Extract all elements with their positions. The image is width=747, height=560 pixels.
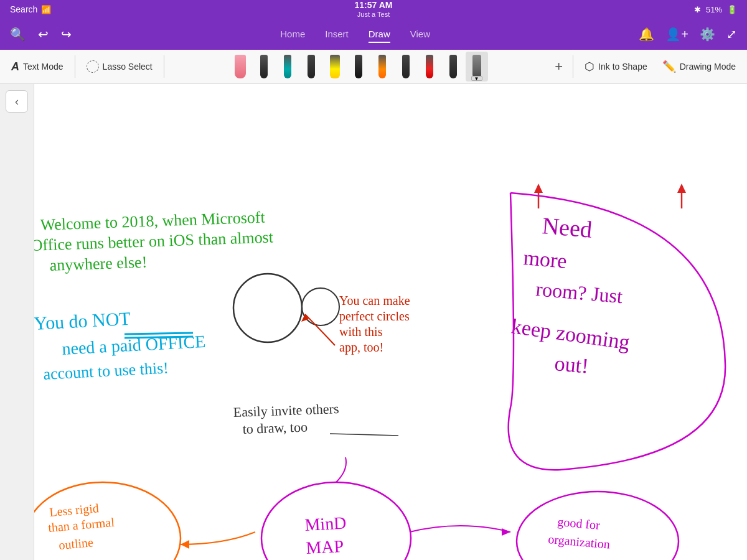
org-text-2: organization xyxy=(548,532,611,552)
subtitle-display: Just a Test xyxy=(355,11,393,19)
battery-display: 51% xyxy=(706,5,722,14)
purple-text-3: room? Just xyxy=(535,278,623,307)
lasso-select-label: Lasso Select xyxy=(103,62,153,72)
red-text-4: app, too! xyxy=(339,340,383,355)
pen-dark4[interactable] xyxy=(395,52,417,82)
text-mode-label: Text Mode xyxy=(23,62,63,72)
not-underline2 xyxy=(125,337,193,338)
status-bar-center: 11:57 AM Just a Test xyxy=(355,0,393,19)
pen-orange[interactable] xyxy=(371,52,393,82)
nav-tabs: Home Insert Draw View xyxy=(72,26,639,43)
ink-to-shape-icon: ⬡ xyxy=(585,60,594,73)
pen-group: ▼ xyxy=(169,52,547,82)
purple-text-2: more xyxy=(522,246,568,273)
mind-map-text-2: MAP xyxy=(306,536,344,558)
orange-arrow-line xyxy=(181,532,255,544)
red-text-3: with this xyxy=(339,325,383,338)
drawing-mode-label: Drawing Mode xyxy=(680,62,736,72)
map-arrow-line xyxy=(410,526,510,532)
circle-left xyxy=(233,274,302,342)
separator-1 xyxy=(75,55,75,78)
blue-text-2: need a paid OFFICE xyxy=(62,332,206,358)
status-bar-right: ✱ 51% 🔋 xyxy=(694,5,737,14)
add-user-icon[interactable]: 👤+ xyxy=(665,27,688,42)
separator-2 xyxy=(164,55,164,78)
ink-to-shape-button[interactable]: ⬡ Ink to Shape xyxy=(578,56,654,77)
text-mode-button[interactable]: A Text Mode xyxy=(5,57,70,77)
invite-text-1: Easily invite others xyxy=(233,401,339,420)
map-arrow-head xyxy=(502,528,510,536)
circle-right xyxy=(302,288,339,325)
pen-teal[interactable] xyxy=(276,52,299,82)
blue-text-1: You do NOT xyxy=(34,308,131,334)
tab-draw[interactable]: Draw xyxy=(369,26,390,43)
invite-text-2: to draw, too xyxy=(242,419,308,437)
pen-pink[interactable] xyxy=(229,52,251,82)
ink-to-shape-label: Ink to Shape xyxy=(598,62,647,72)
search-label[interactable]: Search xyxy=(10,4,37,14)
tab-view[interactable]: View xyxy=(410,26,430,43)
search-button[interactable]: 🔍 xyxy=(10,27,26,42)
sidebar-collapse-button[interactable]: ‹ xyxy=(6,90,28,113)
battery-icon: 🔋 xyxy=(727,5,737,14)
separator-3 xyxy=(573,55,573,78)
bell-icon[interactable]: 🔔 xyxy=(639,27,654,42)
drawing-canvas: Welcome to 2018, when Microsoft Office r… xyxy=(0,84,747,560)
orange-arrow-head xyxy=(181,540,189,549)
red-text-2: perfect circles xyxy=(339,309,410,324)
time-display: 11:57 AM xyxy=(355,0,393,11)
canvas-area[interactable]: Welcome to 2018, when Microsoft Office r… xyxy=(0,84,747,560)
status-bar-left: Search 📶 xyxy=(10,4,51,14)
nav-right: 🔔 👤+ ⚙️ ⤢ xyxy=(639,27,737,42)
green-text-3: anywhere else! xyxy=(49,253,148,274)
pen-dark5[interactable] xyxy=(442,52,464,82)
pen-dark3[interactable] xyxy=(347,52,370,82)
purple-text-1: Need xyxy=(541,212,593,243)
back-button[interactable]: ↩ xyxy=(38,27,49,42)
tab-insert[interactable]: Insert xyxy=(325,26,349,43)
org-text-1: good for xyxy=(557,515,601,533)
arrow-head-left xyxy=(534,184,543,193)
orange-text-3: outline xyxy=(58,535,93,552)
pen-yellow[interactable] xyxy=(324,52,346,82)
curl-top xyxy=(336,457,346,482)
nav-left: 🔍 ↩ ↪ xyxy=(10,27,72,42)
invite-line xyxy=(330,434,398,436)
tab-home[interactable]: Home xyxy=(280,26,305,43)
drawing-mode-button[interactable]: ✏️ Drawing Mode xyxy=(656,56,742,77)
blue-text-3: account to use this! xyxy=(43,358,169,383)
not-underline xyxy=(125,333,193,334)
arrow-head-right xyxy=(677,184,686,193)
text-mode-icon: A xyxy=(11,60,19,73)
toolbar: A Text Mode Lasso Select xyxy=(0,50,747,84)
bluetooth-icon: ✱ xyxy=(694,5,701,14)
purple-text-5: out! xyxy=(553,352,590,378)
settings-icon[interactable]: ⚙️ xyxy=(700,27,715,42)
status-bar: Search 📶 11:57 AM Just a Test ✱ 51% 🔋 xyxy=(0,0,747,19)
drawing-mode-icon: ✏️ xyxy=(662,60,676,73)
wifi-icon: 📶 xyxy=(41,5,51,14)
sidebar: ‹ xyxy=(0,84,34,560)
mind-map-text-1: MinD xyxy=(304,513,347,534)
purple-text-4: keep zooming xyxy=(510,314,631,353)
pen-red[interactable] xyxy=(418,52,441,82)
lasso-icon xyxy=(87,60,99,73)
pen-dark1[interactable] xyxy=(253,52,275,82)
add-pen-button[interactable]: + xyxy=(550,56,568,77)
lasso-select-button[interactable]: Lasso Select xyxy=(80,57,159,77)
forward-button[interactable]: ↪ xyxy=(61,27,72,42)
red-text-1: You can make xyxy=(339,294,410,307)
pen-dark2[interactable] xyxy=(300,52,322,82)
expand-icon[interactable]: ⤢ xyxy=(726,27,737,42)
nav-bar: 🔍 ↩ ↪ Home Insert Draw View 🔔 👤+ ⚙️ ⤢ xyxy=(0,19,747,50)
pen-gray-selected[interactable]: ▼ xyxy=(466,52,488,82)
circle-arrow xyxy=(305,314,335,345)
